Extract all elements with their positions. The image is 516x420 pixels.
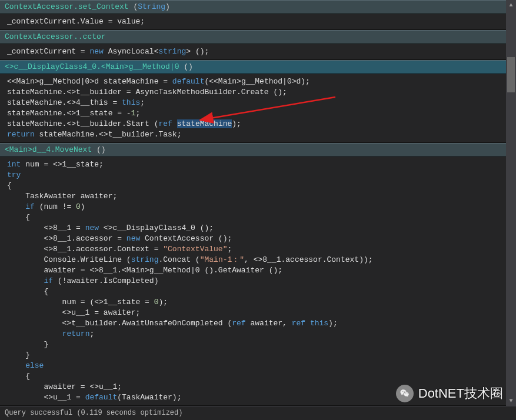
status-text: Query successful (0.119 seconds optimize…: [5, 409, 182, 417]
code-block[interactable]: int num = <>1__state; try { TaskAwaiter …: [0, 157, 506, 406]
section-title: ContextAccessor..cctor: [5, 32, 106, 41]
section-header-displayclass[interactable]: <>c__DisplayClass4_0.<Main>g__Method|0 (…: [0, 60, 506, 74]
vertical-scrollbar[interactable]: ▲ ▼: [506, 0, 516, 406]
watermark-text: DotNET技术圈: [418, 385, 503, 402]
code-block[interactable]: <<Main>g__Method|0>d stateMachine = defa…: [0, 74, 506, 143]
wechat-icon: [396, 385, 414, 402]
watermark: DotNET技术圈: [396, 385, 503, 402]
scroll-up-arrow-icon[interactable]: ▲: [506, 0, 516, 10]
section-header-set-context[interactable]: ContextAccessor.set_Context (String): [0, 0, 506, 14]
scrollbar-thumb[interactable]: [507, 57, 515, 92]
scrollbar-track[interactable]: [506, 10, 516, 396]
code-viewer: ContextAccessor.set_Context (String) _co…: [0, 0, 506, 406]
section-header-movenext[interactable]: <Main>d__4.MoveNext (): [0, 143, 506, 157]
code-block[interactable]: _contextCurrent.Value = value;: [0, 14, 506, 30]
section-header-cctor[interactable]: ContextAccessor..cctor: [0, 30, 506, 44]
section-title: ContextAccessor.set_Context (String): [5, 2, 170, 11]
scroll-down-arrow-icon[interactable]: ▼: [506, 396, 516, 406]
section-title: <Main>d__4.MoveNext (): [5, 145, 106, 154]
code-block[interactable]: _contextCurrent = new AsyncLocal<string>…: [0, 44, 506, 60]
status-bar: Query successful (0.119 seconds optimize…: [0, 406, 516, 420]
section-title: <>c__DisplayClass4_0.<Main>g__Method|0 (…: [5, 62, 193, 71]
